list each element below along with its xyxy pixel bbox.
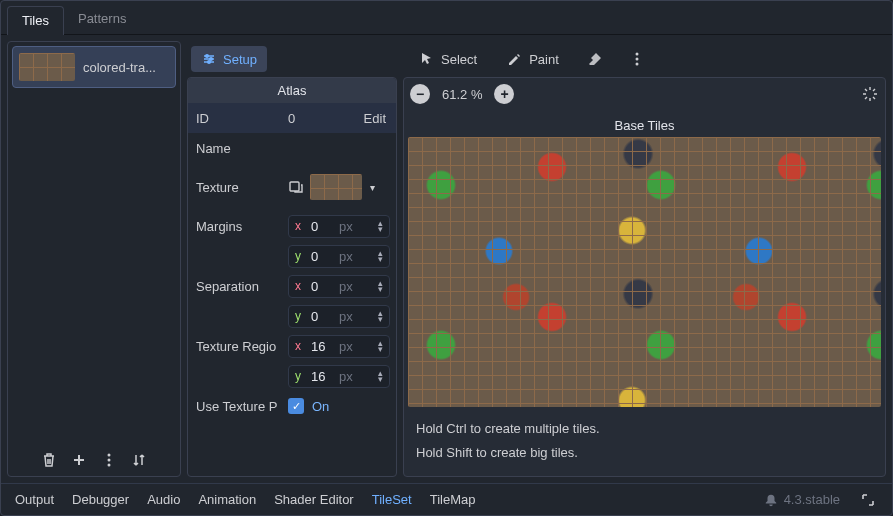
- texture-open-icon[interactable]: [288, 179, 304, 195]
- tileset-canvas[interactable]: [408, 137, 881, 407]
- svg-point-4: [210, 58, 213, 61]
- id-value[interactable]: 0: [288, 111, 295, 126]
- panel-tileset[interactable]: TileSet: [372, 492, 412, 507]
- center-view-icon[interactable]: [861, 85, 879, 103]
- viewport-panel: Select Paint − 61.2 % + Base Tiles: [403, 41, 886, 477]
- more-icon[interactable]: [99, 450, 119, 470]
- svg-point-1: [108, 459, 111, 462]
- setup-button[interactable]: Setup: [191, 46, 267, 72]
- name-label: Name: [188, 134, 282, 163]
- panel-animation[interactable]: Animation: [198, 492, 256, 507]
- select-button[interactable]: Select: [409, 46, 487, 72]
- use-texture-on: On: [312, 399, 329, 414]
- paint-button[interactable]: Paint: [497, 46, 569, 72]
- main-tabs: Tiles Patterns: [1, 1, 892, 35]
- svg-point-2: [108, 464, 111, 467]
- zoom-out-button[interactable]: −: [410, 84, 430, 104]
- margins-x-input[interactable]: x0px▴▾: [288, 215, 390, 238]
- separation-y-input[interactable]: y0px▴▾: [288, 305, 390, 328]
- separation-x-input[interactable]: x0px▴▾: [288, 275, 390, 298]
- select-label: Select: [441, 52, 477, 67]
- region-x-input[interactable]: x16px▴▾: [288, 335, 390, 358]
- tab-tiles[interactable]: Tiles: [7, 6, 64, 35]
- zoom-in-button[interactable]: +: [494, 84, 514, 104]
- id-label: ID: [188, 104, 282, 133]
- delete-icon[interactable]: [39, 450, 59, 470]
- stepper-icon[interactable]: ▴▾: [378, 220, 383, 232]
- properties-panel: Setup Atlas ID 0 Edit Name: [187, 41, 397, 477]
- svg-point-5: [208, 61, 211, 64]
- texture-preview[interactable]: [310, 174, 362, 200]
- svg-point-7: [635, 53, 638, 56]
- svg-point-9: [635, 63, 638, 66]
- add-icon[interactable]: [69, 450, 89, 470]
- region-label: Texture Regio: [188, 332, 282, 361]
- stepper-icon[interactable]: ▴▾: [378, 340, 383, 352]
- svg-point-8: [635, 58, 638, 61]
- stepper-icon[interactable]: ▴▾: [378, 280, 383, 292]
- source-label: colored-tra...: [83, 60, 169, 75]
- mode-toolbar: Setup: [187, 41, 397, 77]
- panel-tilemap[interactable]: TileMap: [430, 492, 476, 507]
- source-item[interactable]: colored-tra...: [12, 46, 176, 88]
- source-thumbnail: [19, 53, 75, 81]
- id-edit-button[interactable]: Edit: [360, 111, 390, 126]
- stepper-icon[interactable]: ▴▾: [378, 370, 383, 382]
- atlas-header: Atlas: [188, 78, 396, 103]
- region-y-input[interactable]: y16px▴▾: [288, 365, 390, 388]
- viewport-title: Base Tiles: [404, 110, 885, 137]
- svg-point-3: [206, 55, 209, 58]
- stepper-icon[interactable]: ▴▾: [378, 250, 383, 262]
- menu-icon[interactable]: [621, 45, 653, 73]
- svg-rect-6: [290, 182, 299, 191]
- hint-shift: Hold Shift to create big tiles.: [416, 441, 873, 466]
- source-panel: colored-tra...: [7, 41, 181, 477]
- texture-label: Texture: [188, 173, 282, 202]
- paint-label: Paint: [529, 52, 559, 67]
- expand-panel-icon[interactable]: [858, 490, 878, 510]
- bottom-bar: Output Debugger Audio Animation Shader E…: [1, 483, 892, 515]
- margins-label: Margins: [188, 212, 282, 241]
- texture-dropdown-icon[interactable]: ▾: [368, 182, 377, 193]
- hint-ctrl: Hold Ctrl to create multiple tiles.: [416, 417, 873, 442]
- tab-patterns[interactable]: Patterns: [64, 5, 140, 34]
- panel-audio[interactable]: Audio: [147, 492, 180, 507]
- stepper-icon[interactable]: ▴▾: [378, 310, 383, 322]
- separation-label: Separation: [188, 272, 282, 301]
- setup-label: Setup: [223, 52, 257, 67]
- bell-icon: [764, 493, 778, 507]
- panel-output[interactable]: Output: [15, 492, 54, 507]
- margins-y-input[interactable]: y0px▴▾: [288, 245, 390, 268]
- zoom-level[interactable]: 61.2 %: [442, 87, 482, 102]
- sort-icon[interactable]: [129, 450, 149, 470]
- use-texture-label: Use Texture P: [188, 392, 282, 421]
- svg-point-0: [108, 454, 111, 457]
- panel-debugger[interactable]: Debugger: [72, 492, 129, 507]
- panel-shader[interactable]: Shader Editor: [274, 492, 354, 507]
- use-texture-checkbox[interactable]: ✓: [288, 398, 304, 414]
- eraser-icon[interactable]: [579, 45, 611, 73]
- version-label: 4.3.stable: [764, 492, 840, 507]
